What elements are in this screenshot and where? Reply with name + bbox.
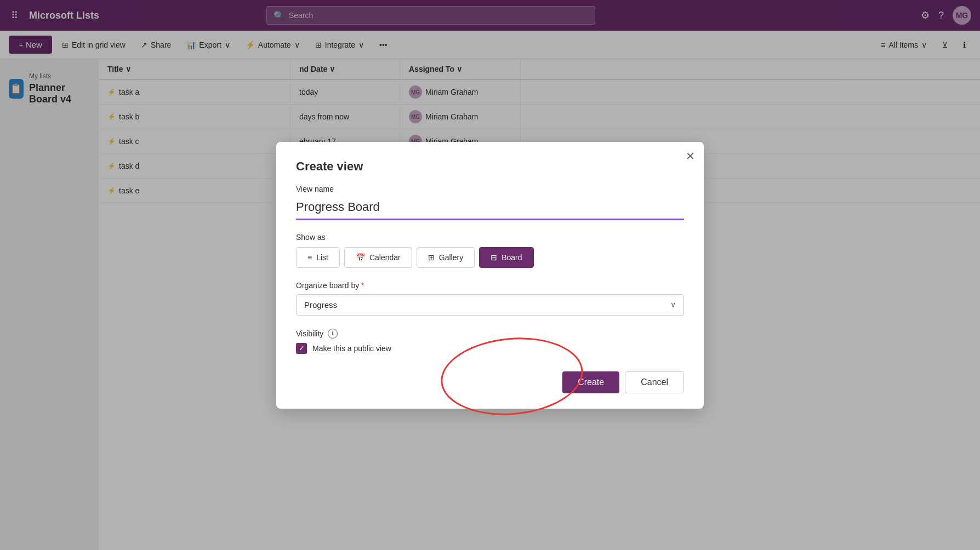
organize-chevron-icon: ∨ [670,300,676,309]
visibility-info-icon[interactable]: ℹ [328,329,338,339]
view-gallery-button[interactable]: ⊞ Gallery [417,247,475,268]
create-button[interactable]: Create [562,371,619,393]
organize-dropdown[interactable]: Progress ∨ [296,294,684,316]
checkbox-row: ✓ Make this a public view [296,343,684,354]
view-name-input[interactable] [296,198,684,220]
view-list-button[interactable]: ≡ List [296,247,340,268]
visibility-row: Visibility ℹ [296,329,684,339]
gallery-view-icon: ⊞ [428,253,435,262]
dialog-footer: Create Cancel [296,371,684,393]
required-indicator: * [361,281,364,290]
public-view-label: Make this a public view [312,344,391,353]
organize-value: Progress [304,300,337,310]
close-button[interactable]: ✕ [686,151,695,162]
dialog-title: Create view [296,159,684,174]
show-as-label: Show as [296,233,684,242]
organize-label: Organize board by * [296,281,684,290]
list-view-icon: ≡ [307,253,312,262]
cancel-button[interactable]: Cancel [625,371,684,393]
view-board-button[interactable]: ⊟ Board [479,247,533,268]
public-view-checkbox[interactable]: ✓ [296,343,307,354]
view-name-label: View name [296,185,684,193]
create-view-dialog: ✕ Create view View name Show as ≡ List 📅… [276,142,704,409]
calendar-view-icon: 📅 [356,253,365,262]
dialog-overlay: ✕ Create view View name Show as ≡ List 📅… [0,0,980,550]
board-view-icon: ⊟ [491,253,497,262]
view-calendar-button[interactable]: 📅 Calendar [344,247,412,268]
visibility-label: Visibility [296,329,323,338]
show-as-buttons: ≡ List 📅 Calendar ⊞ Gallery ⊟ Board [296,247,684,268]
